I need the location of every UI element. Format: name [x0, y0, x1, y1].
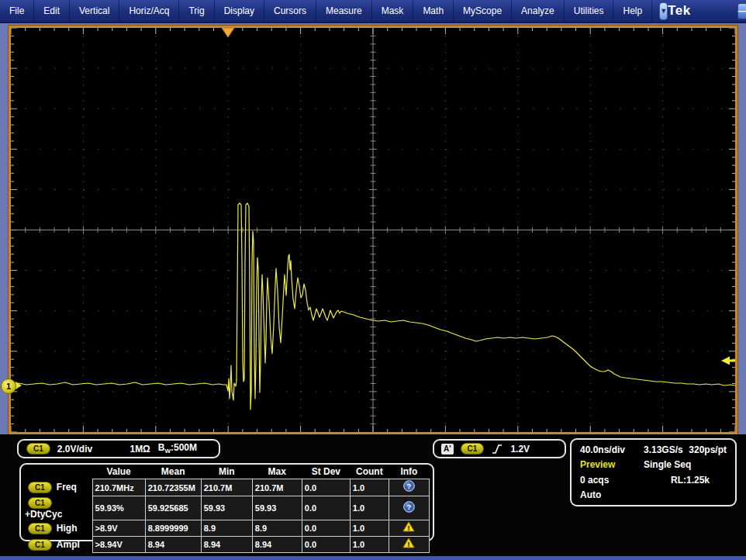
measurement-name: Ampl [57, 539, 80, 550]
menu-utilities[interactable]: Utilities [565, 0, 614, 22]
oscilloscope-screen: FileEditVerticalHoriz/AcqTrigDisplayCurs… [0, 0, 746, 560]
column-header-st-dev: St Dev [302, 465, 350, 479]
acquisition-state: Preview [580, 459, 644, 470]
menu-vertical[interactable]: Vertical [70, 0, 119, 22]
measurement-count: 1.0 [350, 520, 389, 537]
channel-scale: 2.0V/div [57, 444, 92, 455]
measurement-mean: 8.8999999 [145, 520, 201, 537]
menu-display[interactable]: Display [215, 0, 264, 22]
measurement-value: 210.7MHz [92, 479, 145, 496]
menu-dropdown-button[interactable]: ▼ [659, 2, 668, 20]
svg-text:!: ! [408, 524, 410, 532]
channel-1-readout[interactable]: C1 2.0V/div 1MΩ BW:500M [17, 439, 220, 458]
channel-1-marker-label: 1 [6, 382, 11, 391]
measurement-label: C1+DtyCyc [24, 496, 92, 520]
record-length: RL:1.25k [671, 475, 710, 486]
menu-analyze[interactable]: Analyze [512, 0, 565, 22]
measurement-row-freq: C1Freq210.7MHz210.72355M210.7M210.7M0.01… [24, 479, 430, 496]
menu-bar: FileEditVerticalHoriz/AcqTrigDisplayCurs… [0, 0, 746, 23]
measurement-min: 8.9 [201, 520, 252, 537]
measurement-name: +DtyCyc [25, 509, 62, 520]
svg-text:?: ? [407, 503, 412, 511]
timebase-scale: 40.0ns/div [580, 444, 644, 455]
info-question-icon[interactable]: ? [389, 496, 429, 520]
trigger-readout[interactable]: A' C1 1.2V [433, 439, 566, 458]
measurement-value: >8.9V [92, 520, 145, 537]
menu-mask[interactable]: Mask [372, 0, 414, 22]
measurement-value: 59.93% [92, 496, 145, 520]
window-bottom-edge [0, 556, 746, 560]
channel-badge: C1 [28, 539, 52, 551]
channel-badge: C1 [26, 443, 50, 455]
measurement-min: 8.94 [201, 537, 252, 553]
measurement-row-high: C1High>8.9V8.89999998.98.90.01.0! [24, 520, 430, 537]
measurement-max: 59.93 [252, 496, 302, 520]
channel-impedance: 1MΩ [130, 444, 150, 455]
measurements-header-row: ValueMeanMinMaxSt DevCountInfo [24, 465, 430, 479]
measurement-count: 1.0 [350, 537, 389, 553]
svg-text:!: ! [408, 541, 410, 548]
tek-logo: Tek [668, 3, 691, 19]
column-header-info: Info [389, 465, 429, 479]
measurement-name: High [57, 523, 78, 534]
column-header-min: Min [201, 465, 252, 479]
channel-badge: C1 [28, 497, 52, 509]
info-warning-icon[interactable]: ! [389, 537, 429, 553]
column-header-mean: Mean [145, 465, 201, 479]
measurement-stdev: 0.0 [302, 520, 350, 537]
trigger-mode: Auto [580, 489, 601, 500]
measurement-mean: 210.72355M [145, 479, 201, 496]
channel-1-ground-marker[interactable]: 1 [1, 379, 16, 394]
menu-trig[interactable]: Trig [179, 0, 214, 22]
measurement-mean: 8.94 [145, 537, 201, 553]
measurement-mean: 59.925685 [145, 496, 201, 520]
measurement-label: C1Freq [24, 479, 92, 496]
acquisition-mode: Single Seq [644, 459, 691, 470]
measurement-row-ampl: C1Ampl>8.94V8.948.948.940.01.0! [24, 537, 430, 553]
measurement-row--dtycyc: C1+DtyCyc59.93%59.92568559.9359.930.01.0… [24, 496, 430, 520]
measurement-min: 59.93 [201, 496, 252, 520]
measurement-max: 8.9 [252, 520, 302, 537]
measurement-stdev: 0.0 [302, 537, 350, 553]
measurement-value: >8.94V [92, 537, 145, 553]
channel-1-marker-arrow-icon [16, 382, 22, 389]
chevron-down-icon: ▼ [660, 7, 667, 15]
measurement-count: 1.0 [350, 496, 389, 520]
channel-badge: C1 [28, 523, 52, 534]
info-warning-icon[interactable]: ! [389, 520, 429, 537]
timebase-readout[interactable]: 40.0ns/div 3.13GS/s 320ps/pt Preview Sin… [570, 438, 737, 506]
column-header-value: Value [92, 465, 145, 479]
measurement-name: Freq [57, 482, 77, 493]
minimize-icon: — [738, 7, 746, 16]
waveform-display[interactable]: 1 [9, 26, 737, 434]
measurement-label: C1Ampl [24, 537, 92, 553]
trigger-level-arrow[interactable] [721, 357, 735, 365]
info-question-icon[interactable]: ? [389, 479, 429, 496]
graticule-and-trace [11, 28, 735, 432]
menu-edit[interactable]: Edit [34, 0, 70, 22]
bottom-readout-panel: C1 2.0V/div 1MΩ BW:500M A' C1 1.2V 40.0n… [0, 434, 746, 556]
menu-file[interactable]: File [0, 0, 34, 22]
menu-cursors[interactable]: Cursors [264, 0, 316, 22]
channel-bandwidth: BW:500M [158, 442, 197, 455]
trigger-channel-badge: C1 [461, 443, 485, 455]
measurement-max: 210.7M [252, 479, 302, 496]
column-header-max: Max [252, 465, 302, 479]
measurement-max: 8.94 [252, 537, 302, 553]
menu-measure[interactable]: Measure [316, 0, 372, 22]
menu-math[interactable]: Math [413, 0, 454, 22]
menu-horiz-acq[interactable]: Horiz/Acq [119, 0, 179, 22]
measurements-panel: ValueMeanMinMaxSt DevCountInfo C1Freq210… [19, 463, 434, 541]
measurement-min: 210.7M [201, 479, 252, 496]
trigger-source-badge: A' [441, 444, 454, 455]
svg-text:?: ? [407, 482, 412, 490]
menu-items: FileEditVerticalHoriz/AcqTrigDisplayCurs… [0, 0, 652, 22]
measurement-label: C1High [24, 520, 92, 537]
sample-resolution: 320ps/pt [689, 444, 727, 455]
menu-help[interactable]: Help [613, 0, 652, 22]
minimize-button[interactable]: — [737, 3, 746, 19]
menu-myscope[interactable]: MyScope [454, 0, 512, 22]
trigger-position-marker[interactable] [222, 28, 234, 37]
measurement-stdev: 0.0 [302, 496, 350, 520]
measurement-count: 1.0 [350, 479, 389, 496]
